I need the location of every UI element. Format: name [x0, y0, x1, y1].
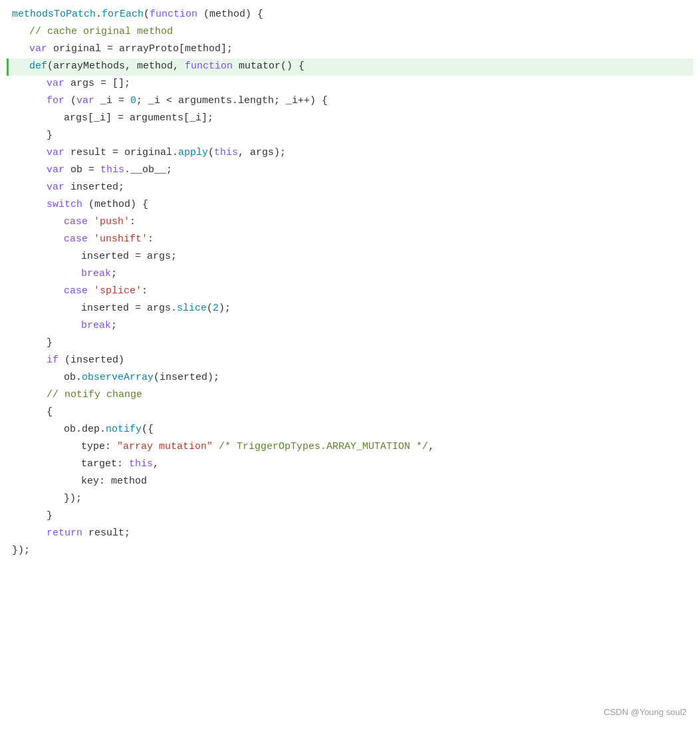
code-line: return result;	[7, 525, 693, 543]
token-plain: mutator() {	[233, 59, 304, 74]
token-plain: (inserted);	[154, 370, 219, 386]
code-line: var original = arrayProto[method];	[7, 41, 693, 59]
code-line: methodsToPatch.forEach(function (method)…	[7, 7, 693, 24]
token-plain: {	[47, 404, 53, 420]
token-plain: .__ob__;	[124, 162, 172, 178]
token-num: 2	[213, 301, 219, 317]
code-line: });	[7, 491, 693, 508]
token-plain: (inserted)	[58, 353, 124, 368]
token-kw: this	[100, 162, 124, 178]
token-kw: switch	[47, 197, 82, 213]
code-line: case 'splice':	[7, 283, 693, 301]
token-kw: case	[64, 214, 88, 230]
code-line: args[_i] = arguments[_i];	[7, 110, 693, 128]
token-plain	[88, 214, 94, 230]
code-line: });	[7, 543, 693, 560]
token-fn: slice	[177, 301, 207, 317]
code-line: }	[7, 508, 693, 525]
token-str: 'splice'	[94, 283, 142, 299]
code-line: var ob = this.__ob__;	[7, 162, 693, 180]
token-plain	[88, 231, 94, 247]
token-plain: }	[47, 335, 53, 351]
token-plain: ob =	[64, 162, 100, 178]
token-plain: original = arrayProto[method];	[47, 41, 233, 57]
code-line: inserted = args;	[7, 249, 693, 266]
token-plain: ({	[142, 422, 154, 438]
code-line: var inserted;	[7, 180, 693, 197]
token-plain: , args);	[238, 145, 286, 161]
code-line: case 'unshift':	[7, 231, 693, 249]
token-comment: // cache original method	[29, 24, 173, 40]
token-kw: return	[47, 525, 82, 541]
code-line: var result = original.apply(this, args);	[7, 145, 693, 162]
token-kw: if	[47, 353, 58, 368]
token-str: "array mutation"	[117, 439, 213, 455]
token-plain: ,	[428, 439, 434, 455]
token-kw: var	[76, 93, 94, 109]
code-line: // cache original method	[7, 24, 693, 41]
token-plain: :	[148, 231, 154, 247]
token-plain: :	[142, 283, 148, 299]
token-num: 0	[130, 93, 136, 109]
token-kw: this	[214, 145, 238, 161]
token-plain	[213, 439, 219, 455]
token-plain: );	[219, 301, 231, 317]
token-plain: }	[47, 508, 53, 524]
token-kw: case	[64, 231, 88, 247]
code-line: }	[7, 128, 693, 145]
code-line: // notify change	[7, 387, 693, 404]
token-kw: function	[185, 59, 233, 74]
token-plain: .	[96, 7, 102, 23]
token-kw: var	[47, 145, 64, 161]
code-line: ob.dep.notify({	[7, 422, 693, 439]
code-line: def(arrayMethods, method, function mutat…	[7, 59, 693, 76]
token-fn: observeArray	[82, 370, 154, 386]
token-plain: });	[12, 543, 30, 559]
token-plain: args = [];	[64, 76, 130, 92]
token-plain: inserted = args;	[81, 249, 177, 265]
token-plain: ;	[111, 266, 117, 282]
token-fn: forEach	[102, 7, 144, 23]
token-kw: this	[129, 456, 153, 472]
token-fn: def	[29, 59, 47, 74]
code-line: case 'push':	[7, 214, 693, 231]
code-line: break;	[7, 318, 693, 335]
token-kw: break	[81, 266, 111, 282]
token-str: 'push'	[94, 214, 130, 230]
token-comment: // notify change	[47, 387, 142, 403]
token-plain: ob.dep.	[64, 422, 106, 438]
code-line: for (var _i = 0; _i < arguments.length; …	[7, 93, 693, 110]
token-plain: (	[207, 301, 213, 317]
code-line: switch (method) {	[7, 197, 693, 214]
token-plain: (arrayMethods, method,	[47, 59, 185, 74]
token-kw: var	[29, 41, 47, 57]
token-fn: notify	[106, 422, 142, 438]
token-kw: var	[47, 180, 64, 196]
token-plain: ; _i < arguments.length; _i++) {	[136, 93, 328, 109]
token-plain: :	[130, 214, 136, 230]
code-block: methodsToPatch.forEach(function (method)…	[0, 7, 700, 560]
code-line: var args = [];	[7, 76, 693, 93]
code-line: target: this,	[7, 456, 693, 474]
token-plain: result;	[82, 525, 130, 541]
token-plain: });	[64, 491, 82, 507]
token-plain: type:	[81, 439, 117, 455]
token-plain: (	[208, 145, 214, 161]
token-plain: (	[64, 93, 76, 109]
code-line: if (inserted)	[7, 353, 693, 370]
token-kw: var	[47, 162, 64, 178]
token-plain: target:	[81, 456, 129, 472]
token-plain: key: method	[81, 474, 147, 490]
code-line: }	[7, 335, 693, 353]
token-plain: inserted;	[64, 180, 124, 196]
token-kw: for	[47, 93, 64, 109]
token-plain: _i =	[94, 93, 130, 109]
token-kw: break	[81, 318, 111, 334]
token-fn: methodsToPatch	[12, 7, 96, 23]
token-plain: args[_i] = arguments[_i];	[64, 110, 213, 126]
token-fn: apply	[178, 145, 208, 161]
token-kw: var	[47, 76, 64, 92]
code-line: type: "array mutation" /* TriggerOpTypes…	[7, 439, 693, 456]
token-kw: function	[150, 7, 197, 23]
code-line: ob.observeArray(inserted);	[7, 370, 693, 387]
